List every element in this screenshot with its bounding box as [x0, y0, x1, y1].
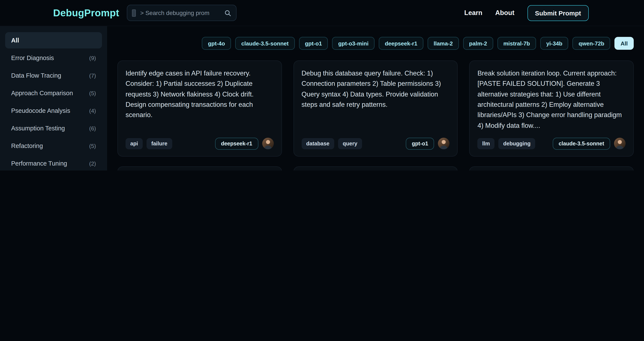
main-content: gpt-4oclaude-3.5-sonnetgpt-o1gpt-o3-mini… — [107, 26, 644, 171]
block-cursor-icon — [132, 9, 136, 17]
body-row: All Error Diagnosis (9) Data Flow Tracin… — [0, 26, 644, 171]
sidebar-item-label: Data Flow Tracing — [11, 72, 61, 79]
person-icon — [614, 138, 626, 149]
tag-chip-failure[interactable]: failure — [146, 138, 172, 149]
author-avatar[interactable] — [438, 138, 450, 149]
submit-prompt-button[interactable]: Submit Prompt — [527, 5, 589, 21]
prompt-card-grid: Identify edge cases in API failure recov… — [118, 61, 634, 171]
nav-learn[interactable]: Learn — [464, 9, 482, 17]
prompt-card-2[interactable]: Debug this database query failure. Check… — [293, 61, 458, 157]
sidebar-item-label: Error Diagnosis — [11, 55, 54, 61]
sidebar-item-label: All — [11, 37, 19, 44]
tag-chip-query[interactable]: query — [338, 138, 362, 149]
model-filter-all[interactable]: All — [615, 37, 634, 50]
model-filter-qwen-72b[interactable]: qwen-72b — [573, 37, 610, 50]
model-filter-mistral-7b[interactable]: mistral-7b — [497, 37, 536, 50]
sidebar-item-label: Pseudocode Analysis — [11, 107, 70, 114]
sidebar-item-label: Approach Comparison — [11, 90, 73, 97]
sidebar-item-count: (4) — [89, 107, 96, 114]
tag-chip-api[interactable]: api — [126, 138, 143, 149]
model-filter-palm-2[interactable]: palm-2 — [463, 37, 493, 50]
search-input[interactable] — [140, 9, 221, 17]
prompt-card-4[interactable]: Deconstruct this automated workflow. Ana… — [118, 166, 282, 171]
nav-about[interactable]: About — [495, 9, 514, 17]
search-box[interactable] — [127, 5, 237, 21]
model-filter-gpt-o1[interactable]: gpt-o1 — [299, 37, 328, 50]
sidebar-item-data-flow-tracing[interactable]: Data Flow Tracing (7) — [5, 67, 102, 84]
prompt-card-6[interactable]: Convert this fix into self-healing logic… — [470, 166, 634, 171]
card-meta: gpt-o1 — [406, 138, 450, 150]
app-logo[interactable]: DebugPrompt — [53, 7, 119, 19]
sidebar-item-count: (9) — [89, 55, 96, 61]
model-badge[interactable]: claude-3.5-sonnet — [552, 138, 610, 150]
prompt-card-5[interactable]: Create a state transition diagram for th… — [293, 166, 458, 171]
model-badge[interactable]: deepseek-r1 — [215, 138, 258, 150]
sidebar-item-count: (5) — [89, 143, 96, 149]
sidebar-item-performance-tuning[interactable]: Performance Tuning (2) — [5, 155, 102, 171]
sidebar-item-count: (5) — [89, 90, 96, 96]
tag-list: llmdebugging — [478, 138, 536, 149]
sidebar-item-count: (7) — [89, 72, 96, 79]
sidebar-item-label: Refactoring — [11, 142, 43, 149]
author-avatar[interactable] — [262, 138, 274, 149]
prompt-card-3[interactable]: Break solution iteration loop. Current a… — [470, 61, 634, 157]
prompt-card-1[interactable]: Identify edge cases in API failure recov… — [118, 61, 282, 157]
app-root: DebugPrompt Learn About Submit Prompt Al… — [0, 0, 644, 171]
card-meta: deepseek-r1 — [215, 138, 274, 150]
prompt-text: Debug this database query failure. Check… — [302, 68, 450, 110]
sidebar-item-error-diagnosis[interactable]: Error Diagnosis (9) — [5, 50, 102, 66]
sidebar-item-count: (2) — [89, 160, 96, 167]
prompt-text: Identify edge cases in API failure recov… — [126, 68, 274, 120]
sidebar-item-label: Assumption Testing — [11, 125, 65, 132]
person-icon — [262, 138, 274, 149]
card-footer: databasequery gpt-o1 — [302, 131, 450, 150]
model-filter-gpt-4o[interactable]: gpt-4o — [202, 37, 231, 50]
sidebar-item-label: Performance Tuning — [11, 160, 67, 167]
sidebar: All Error Diagnosis (9) Data Flow Tracin… — [0, 26, 107, 171]
model-badge[interactable]: gpt-o1 — [406, 138, 434, 150]
sidebar-item-assumption-testing[interactable]: Assumption Testing (6) — [5, 120, 102, 136]
card-footer: apifailure deepseek-r1 — [126, 131, 274, 150]
model-filter-bar: gpt-4oclaude-3.5-sonnetgpt-o1gpt-o3-mini… — [118, 37, 634, 50]
sidebar-list: All Error Diagnosis (9) Data Flow Tracin… — [5, 32, 102, 171]
header-nav: Learn About Submit Prompt — [464, 5, 589, 21]
tag-chip-debugging[interactable]: debugging — [498, 138, 536, 149]
tag-list: apifailure — [126, 138, 172, 149]
sidebar-item-pseudocode-analysis[interactable]: Pseudocode Analysis (4) — [5, 103, 102, 119]
tag-chip-llm[interactable]: llm — [478, 138, 495, 149]
person-icon — [438, 138, 450, 149]
model-filter-yi-34b[interactable]: yi-34b — [540, 37, 568, 50]
sidebar-item-all[interactable]: All — [5, 32, 102, 49]
sidebar-item-refactoring[interactable]: Refactoring (5) — [5, 138, 102, 154]
author-avatar[interactable] — [614, 138, 626, 149]
model-filter-llama-2[interactable]: llama-2 — [428, 37, 459, 50]
tag-chip-database[interactable]: database — [302, 138, 334, 149]
sidebar-item-count: (6) — [89, 125, 96, 131]
tag-list: databasequery — [302, 138, 362, 149]
prompt-text: Break solution iteration loop. Current a… — [478, 68, 626, 131]
model-filter-deepseek-r1[interactable]: deepseek-r1 — [379, 37, 423, 50]
search-icon[interactable] — [224, 9, 232, 17]
model-filter-gpt-o3-mini[interactable]: gpt-o3-mini — [332, 37, 375, 50]
card-meta: claude-3.5-sonnet — [552, 138, 626, 150]
sidebar-item-approach-comparison[interactable]: Approach Comparison (5) — [5, 85, 102, 101]
model-filter-claude-3-5-sonnet[interactable]: claude-3.5-sonnet — [235, 37, 294, 50]
header: DebugPrompt Learn About Submit Prompt — [0, 0, 644, 26]
card-footer: llmdebugging claude-3.5-sonnet — [478, 131, 626, 150]
